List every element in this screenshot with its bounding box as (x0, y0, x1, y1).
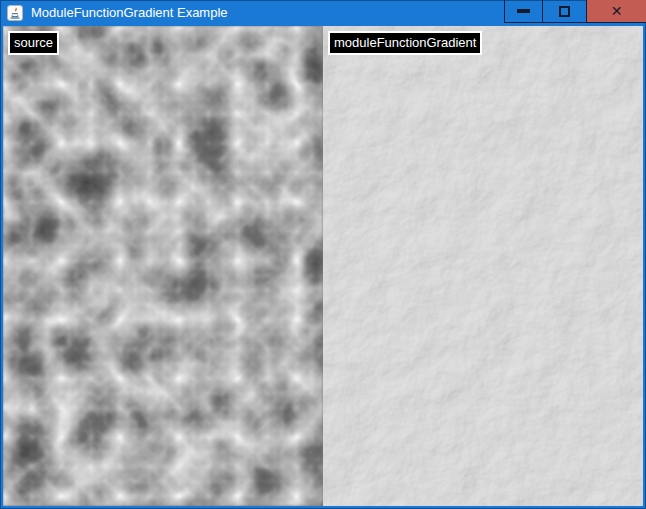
maximize-button[interactable] (542, 0, 586, 23)
source-image-label: source (8, 31, 59, 55)
title-bar[interactable]: ModuleFunctionGradient Example ✕ (0, 0, 646, 26)
minimize-button[interactable] (504, 0, 542, 23)
source-image (3, 26, 323, 506)
image-canvas: source (3, 26, 643, 506)
source-image-panel: source (3, 26, 323, 506)
close-button[interactable]: ✕ (586, 0, 646, 23)
java-coffee-cup-icon (7, 5, 23, 21)
app-window: ModuleFunctionGradient Example ✕ (0, 0, 646, 509)
minimize-icon (517, 9, 530, 13)
result-image-label: moduleFunctionGradient (328, 31, 482, 55)
window-title: ModuleFunctionGradient Example (31, 0, 228, 26)
result-image-panel: moduleFunctionGradient (323, 26, 643, 506)
window-controls: ✕ (504, 0, 646, 23)
module-function-gradient-image (323, 26, 643, 506)
close-icon: ✕ (611, 4, 623, 18)
maximize-icon (559, 6, 570, 17)
